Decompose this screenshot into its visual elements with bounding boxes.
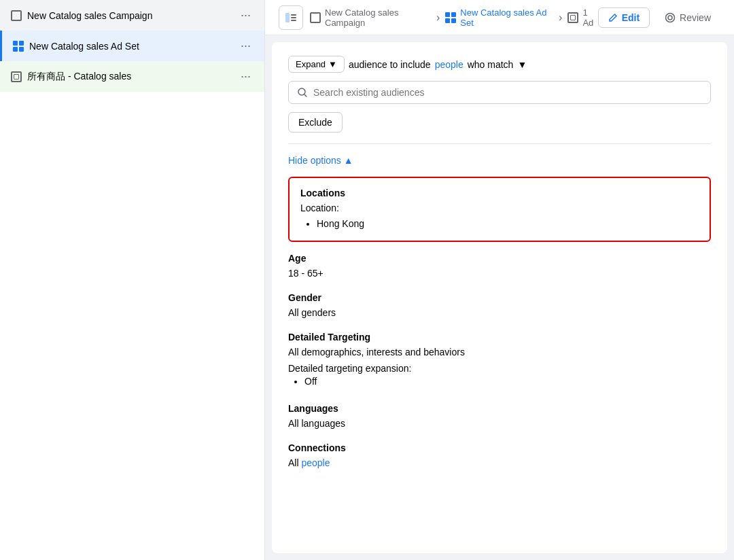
campaign-icon (11, 10, 22, 21)
audience-people-link[interactable]: people (435, 59, 464, 70)
search-icon (297, 87, 308, 98)
review-button[interactable]: Review (655, 8, 720, 27)
connections-value: All people (288, 457, 711, 468)
svg-rect-2 (291, 17, 296, 18)
languages-value: All languages (288, 418, 711, 429)
languages-section: Languages All languages (288, 403, 711, 429)
breadcrumb-ad-icon (567, 12, 578, 23)
connections-section: Connections All people (288, 442, 711, 468)
breadcrumb-sep-1: › (436, 12, 440, 24)
svg-point-5 (668, 16, 672, 20)
connections-title: Connections (288, 442, 711, 453)
topbar: New Catalog sales Campaign › New Catalog… (265, 0, 734, 35)
svg-rect-0 (285, 13, 290, 22)
gender-title: Gender (288, 292, 711, 303)
detailed-targeting-section: Detailed Targeting All demographics, int… (288, 332, 711, 389)
sidebar-toggle-button[interactable] (279, 5, 303, 30)
breadcrumb-campaign-icon (310, 12, 321, 23)
connections-prefix: All (288, 457, 299, 468)
sidebar-adset-label: New Catalog sales Ad Set (29, 41, 139, 52)
list-item: Off (304, 374, 711, 389)
audience-who-match: who match (468, 59, 514, 70)
svg-rect-3 (291, 20, 296, 21)
edit-icon (608, 13, 618, 22)
sidebar-item-adset[interactable]: New Catalog sales Ad Set ··· (0, 31, 264, 61)
detailed-targeting-title: Detailed Targeting (288, 332, 711, 343)
audience-text: audience to include (349, 59, 431, 70)
breadcrumb-ad-label: 1 Ad (582, 7, 597, 28)
audience-row: Expand ▼ audience to include people who … (288, 56, 711, 73)
hide-options-label: Hide options (288, 155, 341, 166)
svg-point-4 (666, 13, 675, 22)
breadcrumb-ad: 1 Ad (567, 7, 597, 28)
breadcrumb-campaign-label: New Catalog sales Campaign (325, 7, 431, 28)
review-icon (665, 12, 676, 23)
detailed-targeting-value: All demographics, interests and behavior… (288, 347, 711, 357)
expand-label: Expand (296, 59, 326, 69)
breadcrumb-adset: New Catalog sales Ad Set (445, 7, 553, 28)
expand-button[interactable]: Expand ▼ (288, 56, 345, 73)
locations-title: Locations (300, 188, 699, 198)
ad-more-icon[interactable]: ··· (238, 68, 254, 85)
divider (288, 143, 711, 144)
age-title: Age (288, 253, 711, 264)
age-value: 18 - 65+ (288, 268, 711, 279)
sidebar-item-ad[interactable]: 所有商品 - Catalog sales ··· (0, 61, 264, 92)
expand-chevron-icon: ▼ (328, 59, 337, 69)
gender-value: All genders (288, 307, 711, 318)
breadcrumb: New Catalog sales Campaign › New Catalog… (310, 7, 598, 28)
adset-icon (13, 41, 24, 52)
breadcrumb-sep-2: › (559, 12, 562, 24)
search-input[interactable] (313, 87, 702, 98)
exclude-button[interactable]: Exclude (288, 112, 343, 133)
sidebar: New Catalog sales Campaign ··· New Catal… (0, 0, 265, 560)
detailed-targeting-expansion-label: Detailed targeting expansion: (288, 363, 711, 374)
sidebar-ad-label: 所有商品 - Catalog sales (27, 71, 131, 83)
sidebar-campaign-label: New Catalog sales Campaign (27, 10, 152, 21)
detailed-targeting-expansion-list: Off (288, 374, 711, 389)
content-inner: Expand ▼ audience to include people who … (272, 42, 727, 495)
hide-options-toggle[interactable]: Hide options ▲ (288, 155, 711, 166)
list-item: Hong Kong (317, 216, 699, 231)
connections-people-link[interactable]: people (301, 457, 330, 468)
locations-section: Locations Location: Hong Kong (288, 177, 711, 242)
svg-rect-1 (291, 14, 296, 16)
breadcrumb-campaign: New Catalog sales Campaign (310, 7, 431, 28)
main-panel: New Catalog sales Campaign › New Catalog… (265, 0, 734, 560)
sidebar-item-campaign[interactable]: New Catalog sales Campaign ··· (0, 0, 264, 31)
languages-title: Languages (288, 403, 711, 414)
adset-more-icon[interactable]: ··· (238, 37, 254, 54)
campaign-more-icon[interactable]: ··· (238, 7, 254, 24)
locations-list: Hong Kong (300, 216, 699, 231)
edit-button[interactable]: Edit (598, 7, 650, 28)
location-label: Location: (300, 203, 699, 213)
search-bar (288, 81, 711, 104)
content-panel: Expand ▼ audience to include people who … (272, 42, 727, 553)
who-match-chevron-icon: ▼ (517, 59, 527, 70)
age-section: Age 18 - 65+ (288, 253, 711, 279)
ad-icon (11, 71, 22, 82)
breadcrumb-adset-icon (445, 12, 456, 23)
hide-options-chevron-icon: ▲ (344, 155, 353, 166)
topbar-actions: Edit Review (598, 7, 720, 28)
sidebar-toggle-icon (285, 13, 296, 22)
gender-section: Gender All genders (288, 292, 711, 318)
breadcrumb-adset-label: New Catalog sales Ad Set (460, 7, 553, 28)
